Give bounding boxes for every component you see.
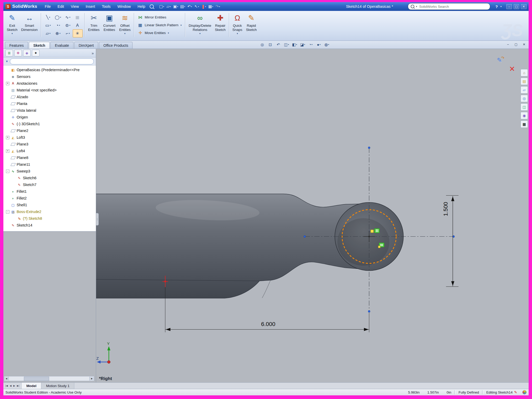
document-window-button[interactable]: ✕ bbox=[522, 42, 527, 46]
tree-expander[interactable] bbox=[6, 109, 9, 112]
task-pane-icon[interactable]: ▦ bbox=[521, 121, 528, 128]
tree-expander[interactable] bbox=[6, 143, 9, 146]
tree-item[interactable]: Sketch7 bbox=[3, 181, 96, 188]
tree-item[interactable]: Shell1 bbox=[3, 202, 96, 208]
menu-item[interactable]: View bbox=[68, 2, 82, 11]
tree-expander[interactable] bbox=[12, 183, 16, 187]
move-entities-dropdown-icon[interactable]: ▾ bbox=[168, 32, 169, 34]
center-point[interactable] bbox=[368, 236, 370, 237]
tree-expander[interactable] bbox=[12, 176, 16, 180]
linear-pattern-dropdown-icon[interactable]: ▾ bbox=[181, 24, 182, 26]
rapid-sketch-button[interactable]: ✎ Rapid Sketch bbox=[244, 12, 258, 32]
smart-dimension-button[interactable]: ↔ Smart Dimension bbox=[19, 12, 39, 32]
menu-item[interactable]: Tools bbox=[98, 2, 114, 11]
tree-expander[interactable] bbox=[6, 68, 9, 72]
document-tab[interactable]: Model bbox=[22, 383, 41, 389]
scroll-left-arrow-icon[interactable]: ◀ bbox=[4, 377, 9, 381]
tree-item[interactable]: Fillet2 bbox=[3, 195, 96, 202]
tab-nav-arrow[interactable]: ◀ bbox=[9, 384, 12, 387]
trim-entities-button[interactable]: ✂ Trim Entities bbox=[86, 12, 101, 32]
panel-splitter-handle[interactable]: ⁞ bbox=[96, 213, 99, 225]
panel-tab-icon[interactable]: ≣ bbox=[5, 50, 13, 56]
help-button[interactable]: ? bbox=[495, 4, 498, 9]
offset-dropdown-icon[interactable]: ▾ bbox=[124, 32, 126, 35]
tree-item[interactable]: Vista lateral bbox=[3, 107, 96, 114]
tree-filter-input[interactable] bbox=[13, 59, 91, 64]
quick-access-icon[interactable]: ▣▾ bbox=[172, 3, 179, 10]
window-button[interactable]: ✕ bbox=[521, 4, 527, 9]
tree-item[interactable]: Sketch6 bbox=[3, 175, 96, 181]
tree-expander[interactable] bbox=[6, 95, 9, 99]
tree-item[interactable]: Sensors bbox=[3, 73, 96, 80]
exit-sketch-button[interactable]: ✎ Exit Sketch ▾ bbox=[5, 12, 19, 35]
search-box[interactable]: ▾ bbox=[408, 3, 490, 10]
sketch-tool-icon[interactable]: ▭▾ bbox=[43, 21, 53, 29]
quick-snaps-dropdown-icon[interactable]: ▾ bbox=[237, 32, 238, 35]
tree-expander[interactable] bbox=[6, 122, 9, 126]
scrollbar-thumb[interactable] bbox=[24, 377, 49, 381]
window-button[interactable]: ▢ bbox=[514, 4, 519, 9]
search-pin-icon[interactable] bbox=[150, 4, 154, 9]
window-button[interactable]: – bbox=[506, 4, 512, 9]
tree-item[interactable]: Plane11 bbox=[3, 161, 96, 168]
tree-item[interactable]: Plane3 bbox=[3, 141, 96, 148]
exit-sketch-dropdown-icon[interactable]: ▾ bbox=[11, 32, 13, 35]
quick-access-icon[interactable]: ❚▾ bbox=[201, 3, 207, 10]
quick-access-icon[interactable]: ↖▾ bbox=[194, 3, 200, 10]
sketch-tool-icon[interactable]: ⌐▾ bbox=[63, 29, 73, 37]
panel-more-chevron-icon[interactable]: » bbox=[92, 51, 94, 55]
tree-expander[interactable] bbox=[6, 190, 9, 193]
repair-sketch-button[interactable]: ✚ Repair Sketch bbox=[213, 12, 227, 32]
menu-item[interactable]: Edit bbox=[54, 2, 68, 11]
tree-expander[interactable]: + bbox=[6, 82, 9, 85]
task-pane-icon[interactable]: ▱ bbox=[521, 86, 528, 94]
scroll-right-arrow-icon[interactable]: ▶ bbox=[89, 377, 94, 381]
tree-item[interactable]: + Loft3 bbox=[3, 134, 96, 141]
task-pane-icon[interactable]: ▤ bbox=[521, 78, 528, 85]
tree-item[interactable]: Sketch14 bbox=[3, 222, 96, 229]
panel-horizontal-scrollbar[interactable]: ◀ ▶ bbox=[4, 376, 94, 381]
task-pane-icon[interactable]: ◉ bbox=[521, 112, 528, 119]
sketch-tool-icon[interactable]: A bbox=[73, 21, 83, 29]
tree-item[interactable]: - Sweep3 bbox=[3, 168, 96, 175]
display-delete-relations-button[interactable]: ∞ Display/Delete Relations ▾ bbox=[187, 12, 213, 35]
tree-expander[interactable] bbox=[6, 75, 9, 78]
tree-item[interactable]: Alzado bbox=[3, 94, 96, 100]
help-caret-icon[interactable]: ▾ bbox=[500, 5, 502, 8]
tree-item[interactable]: + Loft4 bbox=[3, 148, 96, 154]
sketch-tool-icon[interactable]: ⊕▾ bbox=[53, 29, 63, 37]
sketch-tool-icon[interactable]: ◔▾ bbox=[53, 21, 63, 29]
tree-item[interactable]: (?) Sketch8 bbox=[3, 215, 96, 222]
tree-item[interactable]: Material <not specified> bbox=[3, 87, 96, 94]
sketch-tool-icon[interactable]: ✳ bbox=[73, 29, 83, 37]
tree-item[interactable]: Planta bbox=[3, 100, 96, 107]
tree-expander[interactable]: + bbox=[6, 149, 9, 153]
document-window-button[interactable]: ▢ bbox=[514, 42, 518, 46]
tree-expander[interactable] bbox=[6, 102, 9, 105]
tree-item[interactable]: Fillet1 bbox=[3, 188, 96, 195]
display-delete-dropdown-icon[interactable]: ▾ bbox=[200, 32, 201, 35]
ribbon-tab[interactable]: Sketch bbox=[29, 42, 50, 49]
sketch-tool-icon[interactable]: ◯▾ bbox=[53, 13, 63, 21]
search-caret-icon[interactable]: ▾ bbox=[416, 5, 417, 8]
sketch-tool-icon[interactable]: ▦ bbox=[73, 13, 83, 21]
tree-expander[interactable] bbox=[6, 89, 9, 92]
tree-expander[interactable] bbox=[6, 116, 9, 119]
scrollbar-track[interactable] bbox=[9, 377, 89, 381]
viewport-tool-icon[interactable]: ⊡ bbox=[267, 42, 274, 48]
panel-tab-icon[interactable]: ❖ bbox=[14, 50, 22, 56]
quick-access-icon[interactable]: ↶▾ bbox=[187, 3, 193, 10]
viewport-tool-icon[interactable]: ●▾ bbox=[316, 42, 322, 48]
move-entities-button[interactable]: ✛ Move Entities ▾ bbox=[136, 30, 183, 36]
tree-expander[interactable]: + bbox=[6, 136, 9, 139]
offset-entities-button[interactable]: ≋ Offset Entities ▾ bbox=[117, 12, 132, 35]
panel-tab-icon[interactable]: ✦ bbox=[32, 50, 39, 56]
sketch-tool-icon[interactable]: ⊜▾ bbox=[63, 21, 73, 29]
centerline-endpoint[interactable] bbox=[368, 147, 370, 149]
graphics-area[interactable]: 6.000 1.500 bbox=[96, 49, 529, 382]
tab-nav-arrow[interactable]: |◀ bbox=[5, 384, 8, 387]
tree-item[interactable]: - Boss-Extrude2 bbox=[3, 208, 96, 215]
quick-access-icon[interactable]: ▤▾ bbox=[179, 3, 186, 10]
viewport-tool-icon[interactable]: ↶ bbox=[275, 42, 282, 48]
quick-access-icon[interactable]: ▦▾ bbox=[208, 3, 214, 10]
